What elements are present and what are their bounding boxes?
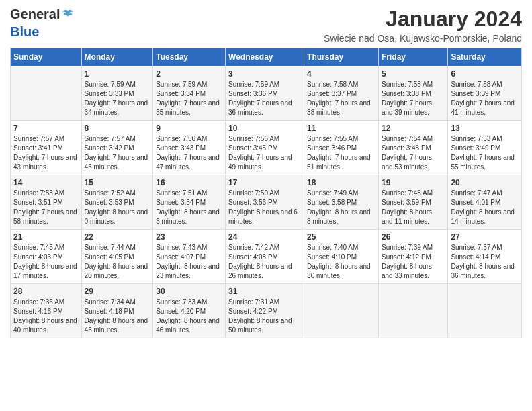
- subtitle: Swiecie nad Osa, Kujawsko-Pomorskie, Pol…: [324, 33, 522, 44]
- cell-2-5: 11Sunrise: 7:55 AMSunset: 3:46 PMDayligh…: [304, 121, 379, 175]
- cell-4-4: 24Sunrise: 7:42 AMSunset: 4:08 PMDayligh…: [226, 230, 304, 284]
- day-info: Sunrise: 7:53 AMSunset: 3:51 PMDaylight:…: [13, 189, 79, 226]
- day-info: Sunrise: 7:49 AMSunset: 3:58 PMDaylight:…: [307, 189, 375, 226]
- week-row-3: 14Sunrise: 7:53 AMSunset: 3:51 PMDayligh…: [11, 175, 522, 230]
- day-info: Sunrise: 7:58 AMSunset: 3:39 PMDaylight:…: [451, 80, 519, 118]
- day-number: 21: [13, 232, 79, 242]
- day-info: Sunrise: 7:51 AMSunset: 3:54 PMDaylight:…: [156, 189, 222, 226]
- day-info: Sunrise: 7:45 AMSunset: 4:03 PMDaylight:…: [13, 243, 79, 281]
- calendar-body: 1Sunrise: 7:59 AMSunset: 3:33 PMDaylight…: [11, 66, 522, 338]
- day-info: Sunrise: 7:34 AMSunset: 4:18 PMDaylight:…: [85, 298, 150, 335]
- day-number: 26: [382, 232, 445, 242]
- logo-general-line: General: [10, 7, 75, 24]
- cell-3-5: 18Sunrise: 7:49 AMSunset: 3:58 PMDayligh…: [304, 175, 379, 230]
- day-number: 16: [156, 178, 222, 187]
- day-number: 23: [156, 232, 222, 242]
- day-info: Sunrise: 7:33 AMSunset: 4:20 PMDaylight:…: [156, 298, 222, 335]
- cell-5-4: 31Sunrise: 7:31 AMSunset: 4:22 PMDayligh…: [226, 284, 304, 338]
- cell-1-5: 4Sunrise: 7:58 AMSunset: 3:37 PMDaylight…: [304, 66, 379, 121]
- day-info: Sunrise: 7:47 AMSunset: 4:01 PMDaylight:…: [451, 189, 519, 226]
- cell-2-3: 9Sunrise: 7:56 AMSunset: 3:43 PMDaylight…: [153, 121, 226, 175]
- header-row: Sunday Monday Tuesday Wednesday Thursday…: [11, 48, 522, 66]
- day-info: Sunrise: 7:53 AMSunset: 3:49 PMDaylight:…: [451, 134, 519, 172]
- cell-3-1: 14Sunrise: 7:53 AMSunset: 3:51 PMDayligh…: [11, 175, 82, 230]
- week-row-1: 1Sunrise: 7:59 AMSunset: 3:33 PMDaylight…: [11, 66, 522, 121]
- cell-3-4: 17Sunrise: 7:50 AMSunset: 3:56 PMDayligh…: [226, 175, 304, 230]
- day-info: Sunrise: 7:52 AMSunset: 3:53 PMDaylight:…: [85, 189, 150, 226]
- cell-4-5: 25Sunrise: 7:40 AMSunset: 4:10 PMDayligh…: [304, 230, 379, 284]
- header-friday: Friday: [378, 48, 447, 66]
- cell-4-2: 22Sunrise: 7:44 AMSunset: 4:05 PMDayligh…: [81, 230, 153, 284]
- cell-4-3: 23Sunrise: 7:43 AMSunset: 4:07 PMDayligh…: [153, 230, 226, 284]
- day-info: Sunrise: 7:55 AMSunset: 3:46 PMDaylight:…: [307, 134, 375, 172]
- day-info: Sunrise: 7:59 AMSunset: 3:33 PMDaylight:…: [85, 80, 150, 118]
- day-number: 27: [451, 232, 519, 242]
- day-info: Sunrise: 7:54 AMSunset: 3:48 PMDaylight:…: [382, 134, 445, 172]
- header-sunday: Sunday: [11, 48, 82, 66]
- day-number: 11: [307, 124, 375, 133]
- cell-1-7: 6Sunrise: 7:58 AMSunset: 3:39 PMDaylight…: [448, 66, 522, 121]
- cell-1-6: 5Sunrise: 7:58 AMSunset: 3:38 PMDaylight…: [378, 66, 447, 121]
- cell-3-7: 20Sunrise: 7:47 AMSunset: 4:01 PMDayligh…: [448, 175, 522, 230]
- cell-4-6: 26Sunrise: 7:39 AMSunset: 4:12 PMDayligh…: [378, 230, 447, 284]
- week-row-5: 28Sunrise: 7:36 AMSunset: 4:16 PMDayligh…: [11, 284, 522, 338]
- cell-2-6: 12Sunrise: 7:54 AMSunset: 3:48 PMDayligh…: [378, 121, 447, 175]
- day-number: 17: [228, 178, 301, 187]
- cell-1-2: 1Sunrise: 7:59 AMSunset: 3:33 PMDaylight…: [81, 66, 153, 121]
- cell-5-3: 30Sunrise: 7:33 AMSunset: 4:20 PMDayligh…: [153, 284, 226, 338]
- header-saturday: Saturday: [448, 48, 522, 66]
- cell-1-3: 2Sunrise: 7:59 AMSunset: 3:34 PMDaylight…: [153, 66, 226, 121]
- cell-4-1: 21Sunrise: 7:45 AMSunset: 4:03 PMDayligh…: [11, 230, 82, 284]
- day-info: Sunrise: 7:37 AMSunset: 4:14 PMDaylight:…: [451, 243, 519, 281]
- day-info: Sunrise: 7:42 AMSunset: 4:08 PMDaylight:…: [228, 243, 301, 281]
- day-info: Sunrise: 7:59 AMSunset: 3:34 PMDaylight:…: [156, 80, 222, 118]
- day-number: 24: [228, 232, 301, 242]
- cell-1-1: [11, 66, 82, 121]
- day-number: 5: [382, 69, 445, 79]
- day-number: 3: [228, 69, 301, 79]
- day-info: Sunrise: 7:31 AMSunset: 4:22 PMDaylight:…: [228, 298, 301, 335]
- day-number: 30: [156, 287, 222, 296]
- week-row-4: 21Sunrise: 7:45 AMSunset: 4:03 PMDayligh…: [11, 230, 522, 284]
- day-info: Sunrise: 7:39 AMSunset: 4:12 PMDaylight:…: [382, 243, 445, 281]
- calendar-header: Sunday Monday Tuesday Wednesday Thursday…: [11, 48, 522, 66]
- day-info: Sunrise: 7:50 AMSunset: 3:56 PMDaylight:…: [228, 189, 301, 226]
- cell-2-1: 7Sunrise: 7:57 AMSunset: 3:41 PMDaylight…: [11, 121, 82, 175]
- cell-1-4: 3Sunrise: 7:59 AMSunset: 3:36 PMDaylight…: [226, 66, 304, 121]
- header-thursday: Thursday: [304, 48, 379, 66]
- day-info: Sunrise: 7:59 AMSunset: 3:36 PMDaylight:…: [228, 80, 301, 118]
- day-info: Sunrise: 7:48 AMSunset: 3:59 PMDaylight:…: [382, 189, 445, 226]
- day-info: Sunrise: 7:57 AMSunset: 3:42 PMDaylight:…: [85, 134, 150, 172]
- day-info: Sunrise: 7:36 AMSunset: 4:16 PMDaylight:…: [13, 298, 79, 335]
- day-number: 22: [85, 232, 150, 242]
- day-number: 18: [307, 178, 375, 187]
- cell-5-5: [304, 284, 379, 338]
- logo-general-text: General: [10, 7, 60, 21]
- day-info: Sunrise: 7:58 AMSunset: 3:37 PMDaylight:…: [307, 80, 375, 118]
- day-number: 31: [228, 287, 301, 296]
- day-number: 7: [13, 124, 79, 133]
- main-title: January 2024: [324, 7, 522, 32]
- cell-4-7: 27Sunrise: 7:37 AMSunset: 4:14 PMDayligh…: [448, 230, 522, 284]
- header-wednesday: Wednesday: [226, 48, 304, 66]
- cell-3-3: 16Sunrise: 7:51 AMSunset: 3:54 PMDayligh…: [153, 175, 226, 230]
- day-info: Sunrise: 7:58 AMSunset: 3:38 PMDaylight:…: [382, 80, 445, 118]
- day-number: 20: [451, 178, 519, 187]
- cell-3-2: 15Sunrise: 7:52 AMSunset: 3:53 PMDayligh…: [81, 175, 153, 230]
- day-number: 9: [156, 124, 222, 133]
- logo-blue-text: Blue: [10, 24, 39, 39]
- day-number: 6: [451, 69, 519, 79]
- week-row-2: 7Sunrise: 7:57 AMSunset: 3:41 PMDaylight…: [11, 121, 522, 175]
- header-tuesday: Tuesday: [153, 48, 226, 66]
- day-number: 15: [85, 178, 150, 187]
- cell-2-2: 8Sunrise: 7:57 AMSunset: 3:42 PMDaylight…: [81, 121, 153, 175]
- day-info: Sunrise: 7:44 AMSunset: 4:05 PMDaylight:…: [85, 243, 150, 281]
- logo: General Blue: [10, 7, 75, 39]
- day-number: 2: [156, 69, 222, 79]
- title-area: January 2024 Swiecie nad Osa, Kujawsko-P…: [324, 7, 522, 44]
- day-info: Sunrise: 7:40 AMSunset: 4:10 PMDaylight:…: [307, 243, 375, 281]
- day-number: 8: [85, 124, 150, 133]
- cell-5-2: 29Sunrise: 7:34 AMSunset: 4:18 PMDayligh…: [81, 284, 153, 338]
- day-info: Sunrise: 7:56 AMSunset: 3:43 PMDaylight:…: [156, 134, 222, 172]
- day-number: 12: [382, 124, 445, 133]
